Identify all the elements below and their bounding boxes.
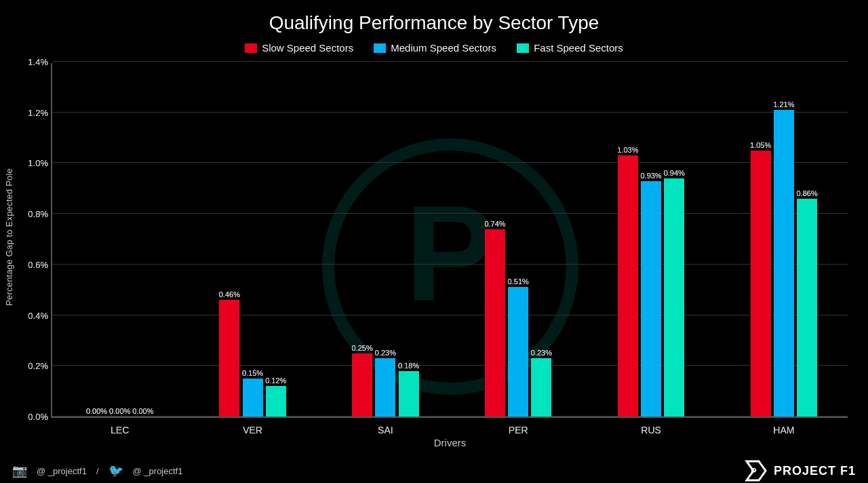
chart-title: Qualifying Performance by Sector Type	[0, 0, 868, 38]
bar-slow-label: 1.03%	[617, 146, 638, 154]
bar-fast-wrap: 0.00%	[132, 407, 153, 417]
bar-medium-wrap: 0.00%	[109, 407, 130, 417]
driver-name-rus: RUS	[641, 425, 661, 436]
legend-item-slow: Slow Speed Sectors	[245, 42, 353, 54]
legend-swatch-fast	[517, 43, 529, 53]
bar-slow	[751, 151, 771, 417]
driver-group: 0.25%0.23%0.18%SAI	[352, 344, 420, 417]
bar-slow-wrap: 0.46%	[219, 290, 240, 417]
social-handle-1: @ _projectf1	[37, 466, 87, 476]
bar-fast-label: 0.00%	[132, 407, 153, 415]
bar-fast-label: 0.12%	[265, 376, 286, 385]
bar-medium-label: 0.00%	[109, 407, 130, 415]
bars-wrapper: 0.00%0.00%0.00%LEC0.46%0.15%0.12%VER0.25…	[52, 63, 848, 417]
y-tick-label: 0.4%	[28, 311, 48, 321]
chart-area: Percentage Gap to Expected Pole P 0.00%0…	[0, 56, 868, 459]
y-axis-label: Percentage Gap to Expected Pole	[4, 168, 14, 306]
driver-group: 0.74%0.51%0.23%PER	[484, 220, 552, 417]
grid-line	[52, 61, 848, 62]
bar-medium-label: 0.15%	[242, 369, 263, 377]
bar-fast-label: 0.86%	[796, 189, 817, 197]
bar-fast	[531, 358, 551, 417]
bar-slow-wrap: 0.25%	[352, 344, 373, 417]
driver-name-ver: VER	[243, 425, 262, 436]
bar-medium-label: 0.93%	[640, 172, 661, 180]
bar-slow-label: 0.74%	[484, 220, 505, 228]
bar-fast-wrap: 0.23%	[531, 349, 552, 417]
bar-medium-label: 1.21%	[773, 100, 794, 109]
svg-text:P: P	[751, 466, 757, 476]
bar-slow	[352, 353, 372, 417]
legend-item-fast: Fast Speed Sectors	[517, 42, 623, 54]
brand-name: PROJECT F1	[774, 464, 856, 478]
bar-slow-wrap: 0.00%	[86, 407, 107, 417]
driver-name-sai: SAI	[378, 425, 393, 436]
bar-fast-label: 0.23%	[531, 349, 552, 357]
bar-medium	[508, 287, 528, 417]
brand-icon: P	[744, 459, 768, 483]
bar-slow-label: 0.25%	[352, 344, 373, 352]
legend-label-fast: Fast Speed Sectors	[534, 42, 623, 54]
bar-medium-wrap: 0.15%	[242, 369, 263, 417]
bar-medium-wrap: 0.23%	[375, 349, 396, 417]
y-tick-label: 0.8%	[28, 209, 48, 219]
legend-swatch-slow	[245, 43, 257, 53]
bar-slow-wrap: 0.74%	[484, 220, 505, 417]
bar-fast-wrap: 0.18%	[398, 362, 419, 417]
bar-slow	[219, 300, 239, 417]
bar-medium-wrap: 1.21%	[773, 100, 794, 417]
y-tick-label: 0.0%	[28, 412, 48, 422]
social-handle-2: @ _projectf1	[133, 466, 183, 476]
bar-medium	[774, 110, 794, 417]
bar-fast	[399, 371, 419, 417]
y-tick-label: 0.6%	[28, 260, 48, 270]
y-tick-label: 1.2%	[28, 108, 48, 118]
y-tick-label: 0.2%	[28, 361, 48, 371]
bar-slow-wrap: 1.05%	[750, 141, 771, 417]
bar-fast-wrap: 0.12%	[265, 376, 286, 417]
chart-container: Qualifying Performance by Sector Type Sl…	[0, 0, 868, 483]
bar-slow	[618, 155, 638, 417]
bar-medium-label: 0.23%	[375, 349, 396, 357]
legend: Slow Speed Sectors Medium Speed Sectors …	[0, 38, 868, 56]
bar-medium-wrap: 0.51%	[508, 277, 529, 417]
bar-slow-label: 0.46%	[219, 290, 240, 298]
footer: 📷 @ _projectf1 / 🐦 @ _projectf1 P PROJEC…	[0, 459, 868, 483]
bar-fast	[664, 178, 684, 417]
bar-fast-wrap: 0.94%	[664, 169, 685, 417]
driver-name-ham: HAM	[773, 425, 794, 436]
driver-group: 0.46%0.15%0.12%VER	[219, 290, 287, 417]
bar-fast-wrap: 0.86%	[796, 189, 817, 417]
legend-item-medium: Medium Speed Sectors	[374, 42, 496, 54]
driver-group: 1.05%1.21%0.86%HAM	[750, 100, 818, 417]
bar-slow-wrap: 1.03%	[617, 146, 638, 417]
bar-slow-label: 0.00%	[86, 407, 107, 415]
bar-fast	[797, 199, 817, 417]
bar-medium	[641, 181, 661, 417]
bar-medium	[375, 358, 395, 417]
bar-slow	[485, 229, 505, 417]
instagram-icon: 📷	[12, 463, 27, 478]
bar-medium-label: 0.51%	[508, 277, 529, 286]
legend-label-slow: Slow Speed Sectors	[262, 42, 353, 54]
footer-social: 📷 @ _projectf1 / 🐦 @ _projectf1	[12, 463, 182, 478]
driver-group: 0.00%0.00%0.00%LEC	[86, 407, 154, 417]
bar-fast	[266, 386, 286, 417]
plot-area: P 0.00%0.00%0.00%LEC0.46%0.15%0.12%VER0.…	[51, 63, 848, 418]
brand-logo: P PROJECT F1	[744, 459, 856, 483]
grid-line	[52, 61, 848, 62]
bar-medium-wrap: 0.93%	[640, 172, 661, 417]
y-tick-label: 1.4%	[28, 57, 48, 67]
twitter-icon: 🐦	[108, 463, 123, 478]
driver-group: 1.03%0.93%0.94%RUS	[617, 146, 685, 417]
x-axis-title: Drivers	[434, 437, 467, 449]
bar-medium	[243, 379, 263, 417]
driver-name-per: PER	[509, 425, 528, 436]
bar-fast-label: 0.94%	[664, 169, 685, 177]
bar-slow-label: 1.05%	[750, 141, 771, 149]
legend-swatch-medium	[374, 43, 386, 53]
legend-label-medium: Medium Speed Sectors	[391, 42, 496, 54]
driver-name-lec: LEC	[111, 425, 129, 436]
bar-fast-label: 0.18%	[398, 362, 419, 370]
y-tick-label: 1.0%	[28, 158, 48, 168]
